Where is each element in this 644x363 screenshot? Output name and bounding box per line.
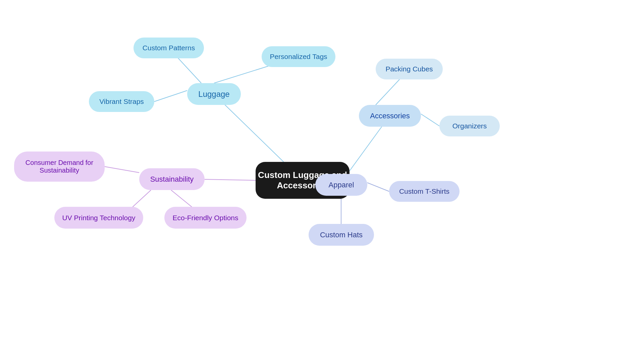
- consumer-demand-label: Consumer Demand for Sustainability: [25, 159, 93, 174]
- personalized-tags-node: Personalized Tags: [262, 46, 335, 67]
- svg-line-8: [105, 167, 139, 173]
- apparel-node: Apparel: [315, 174, 367, 196]
- accessories-label: Accessories: [370, 112, 410, 120]
- svg-line-12: [367, 183, 389, 191]
- custom-patterns-node: Custom Patterns: [133, 38, 204, 58]
- svg-line-7: [205, 179, 256, 180]
- apparel-label: Apparel: [329, 181, 354, 189]
- custom-hats-label: Custom Hats: [320, 231, 363, 239]
- organizers-node: Organizers: [439, 116, 500, 136]
- personalized-tags-label: Personalized Tags: [270, 53, 327, 61]
- organizers-label: Organizers: [452, 122, 487, 130]
- packing-cubes-label: Packing Cubes: [385, 65, 433, 73]
- uv-printing-node: UV Printing Technology: [54, 207, 143, 229]
- vibrant-straps-label: Vibrant Straps: [99, 98, 144, 106]
- luggage-node: Luggage: [187, 83, 241, 105]
- uv-printing-label: UV Printing Technology: [62, 214, 136, 222]
- sustainability-label: Sustainability: [150, 175, 194, 184]
- svg-line-3: [154, 90, 187, 102]
- custom-tshirts-label: Custom T-Shirts: [399, 187, 449, 195]
- custom-patterns-label: Custom Patterns: [143, 44, 195, 52]
- consumer-demand-node: Consumer Demand for Sustainability: [14, 152, 105, 182]
- eco-friendly-node: Eco-Friendly Options: [164, 207, 247, 229]
- luggage-label: Luggage: [198, 89, 229, 99]
- svg-line-6: [421, 114, 439, 126]
- vibrant-straps-node: Vibrant Straps: [89, 91, 154, 112]
- packing-cubes-node: Packing Cubes: [376, 59, 443, 79]
- sustainability-node: Sustainability: [139, 168, 205, 190]
- custom-tshirts-node: Custom T-Shirts: [389, 181, 460, 202]
- custom-hats-node: Custom Hats: [309, 224, 374, 246]
- eco-friendly-label: Eco-Friendly Options: [172, 214, 238, 222]
- accessories-node: Accessories: [359, 105, 421, 127]
